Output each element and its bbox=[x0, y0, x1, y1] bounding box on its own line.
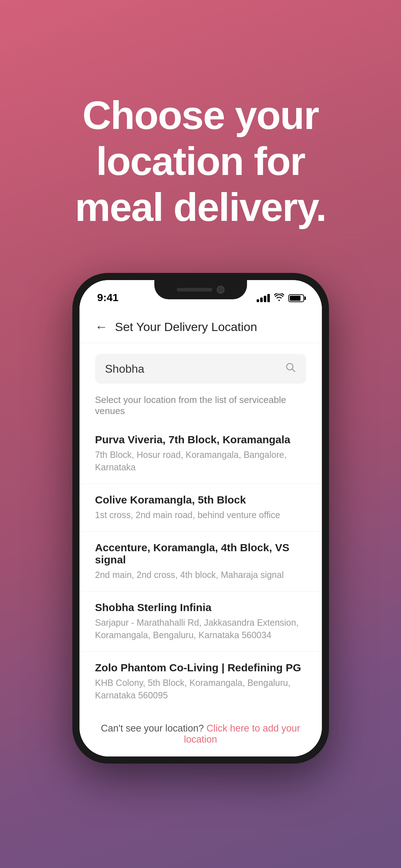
hero-title-line1: Choose your location for bbox=[82, 93, 319, 184]
list-item[interactable]: Shobha Sterling Infinia Sarjapur - Marat… bbox=[79, 591, 322, 652]
hero-title: Choose your location for meal delivery. bbox=[36, 93, 365, 230]
location-address: KHB Colony, 5th Block, Koramangala, Beng… bbox=[95, 677, 306, 702]
app-screen: ← Set Your Delivery Location Shobha Sele… bbox=[79, 309, 322, 756]
back-button[interactable]: ← bbox=[95, 319, 108, 334]
search-input[interactable]: Shobha bbox=[105, 362, 285, 376]
location-name: Accenture, Koramangla, 4th Block, VS sig… bbox=[95, 542, 306, 566]
notch-camera bbox=[217, 286, 225, 294]
location-name: Shobha Sterling Infinia bbox=[95, 601, 306, 614]
status-time: 9:41 bbox=[97, 291, 119, 304]
phone-inner-screen: 9:41 bbox=[79, 280, 322, 756]
phone-notch bbox=[154, 280, 247, 299]
location-list: Purva Viveria, 7th Block, Koramangala 7t… bbox=[79, 424, 322, 712]
location-name: Zolo Phantom Co-Living | Redefining PG bbox=[95, 662, 306, 674]
add-location-prefix: Can't see your location? bbox=[101, 723, 206, 734]
list-item[interactable]: Colive Koramangla, 5th Block 1st cross, … bbox=[79, 484, 322, 532]
nav-header: ← Set Your Delivery Location bbox=[79, 309, 322, 343]
notch-speaker bbox=[177, 288, 212, 291]
location-address: Sarjapur - Marathahalli Rd, Jakkasandra … bbox=[95, 616, 306, 641]
search-bar[interactable]: Shobha bbox=[95, 354, 306, 384]
location-address: 1st cross, 2nd main road, behind venture… bbox=[95, 509, 306, 521]
phone-mockup: 9:41 bbox=[72, 273, 329, 764]
search-icon[interactable] bbox=[285, 362, 296, 376]
screen-title: Set Your Delivery Location bbox=[115, 320, 257, 334]
list-label: Select your location from the list of se… bbox=[79, 394, 322, 424]
phone-outer-frame: 9:41 bbox=[72, 273, 329, 764]
wifi-icon bbox=[274, 293, 284, 304]
list-item[interactable]: Accenture, Koramangla, 4th Block, VS sig… bbox=[79, 532, 322, 591]
hero-title-line2: meal delivery. bbox=[75, 185, 326, 229]
location-address: 7th Block, Hosur road, Koramangala, Bang… bbox=[95, 449, 306, 474]
add-location-banner: Can't see your location? Click here to a… bbox=[79, 712, 322, 756]
location-name: Purva Viveria, 7th Block, Koramangala bbox=[95, 434, 306, 446]
battery-icon bbox=[288, 294, 304, 302]
list-item[interactable]: Purva Viveria, 7th Block, Koramangala 7t… bbox=[79, 424, 322, 484]
status-icons bbox=[257, 293, 304, 304]
location-address: 2nd main, 2nd cross, 4th block, Maharaja… bbox=[95, 569, 306, 581]
list-item[interactable]: Zolo Phantom Co-Living | Redefining PG K… bbox=[79, 652, 322, 712]
signal-icon bbox=[257, 294, 270, 302]
location-name: Colive Koramangla, 5th Block bbox=[95, 494, 306, 506]
hero-section: Choose your location for meal delivery. bbox=[0, 0, 401, 230]
